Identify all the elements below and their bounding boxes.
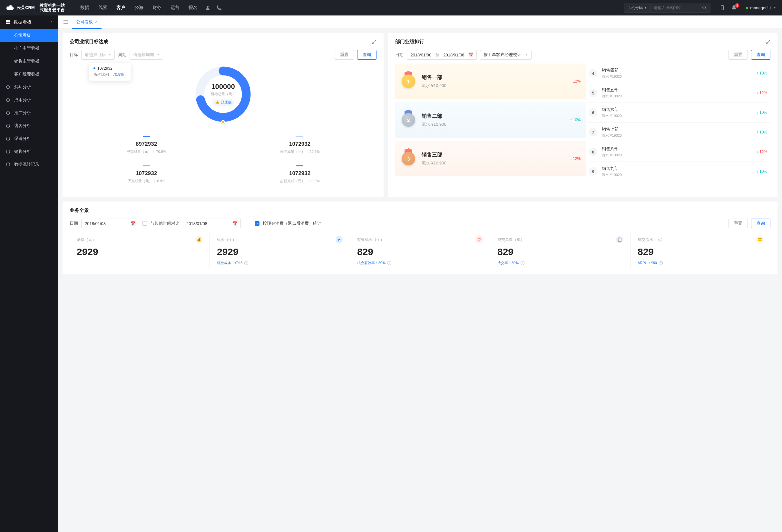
tab-company-board[interactable]: 公司看板 ✕: [72, 15, 102, 28]
sidebar-group-dashboard[interactable]: 数据看板 ˄: [0, 15, 58, 29]
sidebar-fn-0[interactable]: 漏斗分析: [0, 81, 58, 94]
search-type-label: 手机号码: [627, 5, 643, 11]
topnav-item-5[interactable]: 运营: [171, 5, 180, 11]
svg-point-8: [6, 98, 10, 102]
arrow-icon: ↓: [570, 156, 572, 161]
sidebar-fn-1[interactable]: 成本分析: [0, 94, 58, 106]
help-icon[interactable]: ?: [387, 261, 391, 265]
chevron-down-icon: ▼: [644, 6, 647, 9]
svg-rect-3: [6, 20, 8, 22]
query-button[interactable]: 查询: [751, 219, 771, 228]
medal-icon: 1: [401, 72, 416, 90]
panel-title: 业务全景: [70, 207, 89, 213]
stat-cell-3: 1072932超额完成（元）|89.9%: [223, 162, 377, 191]
sidebar-item-3[interactable]: 客户经理看板: [0, 68, 58, 81]
donut-label: 目标总量（元）: [211, 92, 236, 96]
arrow-icon: ↑: [570, 118, 572, 122]
topnav-item-3[interactable]: 公海: [134, 5, 143, 11]
svg-point-10: [6, 124, 10, 128]
sidebar-fn-5[interactable]: 销售分析: [0, 145, 58, 158]
topnav-item-6[interactable]: 报名: [188, 5, 198, 11]
log-icon: [6, 162, 10, 167]
expand-icon[interactable]: [372, 40, 377, 44]
calendar-icon: 📅: [131, 221, 136, 226]
topnav-item-4[interactable]: 财务: [152, 5, 162, 11]
search: 手机号码 ▼: [624, 3, 710, 12]
expand-icon[interactable]: [766, 40, 771, 44]
sidebar-fn-3[interactable]: 访客分析: [0, 119, 58, 132]
label-target: 目标: [70, 52, 78, 58]
arrow-icon: ↓: [756, 91, 758, 95]
chevron-down-icon: ▼: [157, 53, 159, 57]
sidebar-item-0[interactable]: 公司看板: [0, 29, 58, 42]
compare-checkbox[interactable]: [142, 221, 147, 226]
arrow-icon: ↓: [570, 79, 572, 83]
sidebar-item-2[interactable]: 销售主管看板: [0, 55, 58, 68]
biz-icon: 📋: [616, 236, 623, 243]
svg-point-12: [6, 150, 10, 153]
search-icon: [6, 149, 10, 154]
logo[interactable]: 云朵CRM 教育机构一站 式服务云平台: [6, 3, 65, 12]
notif-badge: 5: [735, 3, 740, 8]
biz-card-0: 消费（元）💰2929: [70, 233, 210, 269]
megaphone-icon: [6, 111, 10, 115]
arrow-icon: ↑: [756, 110, 758, 115]
user-menu[interactable]: manager11 ▼: [746, 5, 776, 10]
svg-point-11: [6, 137, 10, 141]
date-input-1[interactable]: 2018/01/08 📅: [81, 219, 139, 228]
topnav-item-1[interactable]: 线索: [98, 5, 107, 11]
user-name: manager11: [750, 5, 771, 10]
biz-icon: 🛡: [476, 236, 483, 243]
chevron-down-icon: ▼: [525, 53, 528, 57]
help-icon[interactable]: ?: [521, 261, 525, 265]
stat-cell-2: 1072932应完成量（元）|8.9%: [70, 162, 223, 191]
panel-biz: 业务全景 日期 2018/01/08 📅 与其他时间对比 2018/01/08 …: [63, 202, 778, 274]
channel-icon: [6, 136, 10, 141]
sidebar-fn-2[interactable]: 推广分析: [0, 106, 58, 119]
svg-point-13: [6, 163, 10, 166]
phone-icon[interactable]: [216, 5, 222, 11]
calendar-icon: 📅: [232, 221, 237, 226]
reset-button[interactable]: 重置: [728, 50, 748, 60]
rank-row-8: 8销售八部流水 ¥19020↓ 12%: [588, 142, 771, 162]
select-target[interactable]: 请选择目标 ▼: [81, 50, 115, 60]
chevron-up-icon: ˄: [50, 21, 52, 24]
search-type-select[interactable]: 手机号码 ▼: [624, 3, 650, 12]
svg-point-7: [6, 85, 10, 89]
chevron-down-icon: ▼: [108, 53, 111, 57]
topnav-item-0[interactable]: 数据: [80, 5, 89, 11]
visitor-icon: [6, 123, 10, 128]
date-range[interactable]: 2018/01/08 至 2018/01/08 📅: [407, 50, 477, 60]
topnav-menu: 数据线索客户公海财务运营报名: [80, 5, 198, 11]
chevron-down-icon: ▼: [773, 6, 776, 9]
filter-icon: [6, 85, 10, 89]
svg-rect-4: [8, 20, 10, 22]
help-icon[interactable]: ?: [244, 261, 248, 265]
sidebar-fn-4[interactable]: 渠道分析: [0, 132, 58, 145]
tab-label: 公司看板: [76, 19, 93, 25]
user-icon[interactable]: [205, 5, 211, 11]
select-placeholder: 请选择目标: [85, 52, 106, 58]
query-button[interactable]: 查询: [357, 50, 377, 60]
sidebar-fn-6[interactable]: 数据流转记录: [0, 158, 58, 171]
date-sep: 至: [435, 52, 439, 58]
bell-icon[interactable]: 5: [731, 5, 737, 11]
reset-button[interactable]: 重置: [334, 50, 354, 60]
topnav-item-2[interactable]: 客户: [116, 5, 126, 11]
reset-button[interactable]: 重置: [728, 219, 748, 228]
select-method[interactable]: 按工单客户经理统计 ▼: [480, 50, 532, 60]
search-button[interactable]: [699, 5, 710, 10]
help-icon[interactable]: ?: [659, 261, 663, 265]
close-icon[interactable]: ✕: [95, 20, 98, 24]
sidebar-item-1[interactable]: 推广主管看板: [0, 42, 58, 55]
cash-checkbox[interactable]: ✓: [255, 221, 259, 226]
select-period[interactable]: 请选择周期 ▼: [130, 50, 163, 60]
biz-card-4: 成交流水（元）💳829ARPU：¥80 ?: [630, 233, 771, 269]
search-input[interactable]: [650, 5, 699, 10]
date-input-2[interactable]: 2018/01/08 📅: [183, 219, 241, 228]
collapse-sidebar-button[interactable]: [61, 20, 70, 24]
medal-icon: 2: [401, 111, 416, 129]
mobile-icon[interactable]: [719, 5, 725, 11]
date-to: 2018/01/08: [443, 52, 464, 58]
query-button[interactable]: 查询: [751, 50, 771, 60]
